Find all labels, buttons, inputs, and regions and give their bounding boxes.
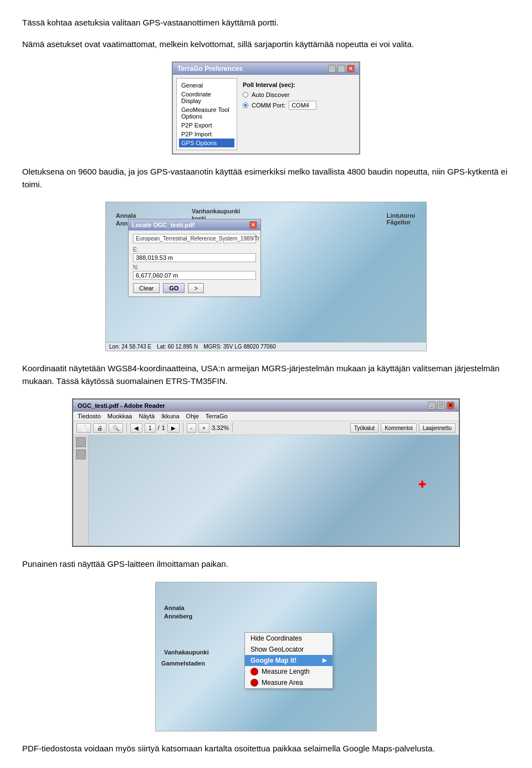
measure-area-label: Measure Area xyxy=(262,679,303,687)
reader-title: OGC_testi.pdf - Adobe Reader xyxy=(78,402,165,409)
nav-p2p-import[interactable]: P2P Import xyxy=(179,130,234,139)
auto-discover-label: Auto Discover xyxy=(252,91,289,98)
comm-port-input[interactable] xyxy=(289,101,316,110)
locate-e-row: E: 388,019.53 m xyxy=(133,247,256,262)
menu-ohje[interactable]: Ohje xyxy=(186,413,199,419)
nav-geomeasure[interactable]: GeoMeasure Tool Options xyxy=(179,105,234,121)
toolbar-zoom-in[interactable]: + xyxy=(198,423,209,433)
menu-nayta[interactable]: Näytä xyxy=(139,413,155,419)
toolbar-prev[interactable]: ◀ xyxy=(130,423,142,433)
comm-port-radio[interactable] xyxy=(243,103,248,108)
hide-coordinates-label: Hide Coordinates xyxy=(250,634,302,642)
preferences-title: TerraGo Preferences xyxy=(177,65,243,73)
nav-p2p-export[interactable]: P2P Export xyxy=(179,121,234,130)
map2-label-anneberg: Anneberg xyxy=(164,613,192,619)
paragraph-6: PDF-tiedostosta voidaan myös siirtyä kat… xyxy=(22,743,510,755)
auto-discover-radio[interactable] xyxy=(243,92,248,98)
locate-titlebar: Locate OGC_testi.pdf ✕ xyxy=(129,219,260,231)
status-mgrs: MGRS: 35V LG 88020 77060 xyxy=(203,344,276,350)
ctx-hide-coordinates[interactable]: Hide Coordinates xyxy=(245,633,332,644)
menu-ikkuna[interactable]: Ikkuna xyxy=(161,413,179,419)
toolbar-zoom-out[interactable]: - xyxy=(187,423,196,433)
locate-controls[interactable]: ✕ xyxy=(249,221,257,229)
map-statusbar: Lon: 24 58.743 E Lat: 60 12.895 N MGRS: … xyxy=(106,342,426,351)
paragraph-1: Tässä kohtaa asetuksia valitaan GPS-vast… xyxy=(22,17,510,29)
reader-controls[interactable]: _ □ ✕ xyxy=(428,402,454,409)
status-lon: Lon: 24 58.743 E xyxy=(109,344,151,350)
show-geolocator-label: Show GeoLocator xyxy=(250,646,304,653)
maximize-button[interactable]: □ xyxy=(337,65,345,73)
toolbar-page-num[interactable]: 1 xyxy=(145,423,156,433)
paragraph-4: Koordinaatit näytetään WGS84-koordinaatt… xyxy=(22,362,510,387)
toolbar-icon-3[interactable]: 🔍 xyxy=(109,423,123,433)
toolbar-slash: / xyxy=(158,424,160,431)
minimize-button[interactable]: _ xyxy=(328,65,336,73)
map-label-lintutorni: LintutorniFågeltor xyxy=(387,212,415,226)
locate-body: European_Terrestrial_Reference_System_19… xyxy=(129,231,260,296)
screenshot-locate: Annala Anneberg Vanhankaupunki koski Lin… xyxy=(22,202,510,351)
toolbar-total: 1 xyxy=(162,424,165,431)
comm-port-label: COMM Port: xyxy=(252,102,285,109)
preferences-nav: General Coordinate Display GeoMeasure To… xyxy=(176,78,237,150)
preferences-titlebar: TerraGo Preferences _ □ ✕ xyxy=(173,63,359,75)
map-label-annala: Annala xyxy=(116,212,136,219)
screenshot-preferences: TerraGo Preferences _ □ ✕ General Coordi… xyxy=(22,62,510,155)
window-controls[interactable]: _ □ ✕ xyxy=(328,65,355,73)
paragraph-3: Oletuksena on 9600 baudia, ja jos GPS-va… xyxy=(22,166,510,191)
paragraph-5: Punainen rasti näyttää GPS-laitteen ilmo… xyxy=(22,558,510,571)
toolbar-next[interactable]: ▶ xyxy=(167,423,180,433)
map2-label-gammelstaden: Gammelstaden xyxy=(161,660,205,667)
reader-close[interactable]: ✕ xyxy=(447,402,454,409)
go-button[interactable]: GO xyxy=(163,283,185,293)
reader-maximize[interactable]: □ xyxy=(437,402,445,409)
close-button[interactable]: ✕ xyxy=(347,65,355,73)
map2-label-annala: Annala xyxy=(164,605,185,611)
toolbar-extended[interactable]: Laajennettu xyxy=(419,423,456,433)
ctx-show-geolocator[interactable]: Show GeoLocator xyxy=(245,644,332,655)
locate-n-value: 6,677,060.07 m xyxy=(133,271,256,280)
google-map-label: Google Map it! xyxy=(250,657,296,664)
locate-e-label: E: xyxy=(133,247,256,253)
menu-tiedosto[interactable]: Tiedosto xyxy=(78,413,101,419)
arrow-button[interactable]: > xyxy=(188,283,203,293)
ctx-measure-area[interactable]: Measure Area xyxy=(245,677,332,688)
ctx-measure-length[interactable]: Measure Length xyxy=(245,666,332,677)
clear-button[interactable]: Clear xyxy=(133,283,160,293)
reader-titlebar: OGC_testi.pdf - Adobe Reader _ □ ✕ xyxy=(73,400,459,412)
reader-sidebar xyxy=(73,435,89,546)
measure-length-label: Measure Length xyxy=(262,668,310,675)
screenshot-context-menu: Annala Anneberg Vanhakaupunki Gammelstad… xyxy=(22,582,510,731)
measure-area-icon xyxy=(250,679,258,687)
toolbar-separator-2 xyxy=(183,423,183,433)
nav-coordinate-display[interactable]: Coordinate Display xyxy=(179,90,234,105)
toolbar-icon-1[interactable]: 📄 xyxy=(76,423,91,433)
auto-discover-row: Auto Discover xyxy=(243,91,350,98)
reader-map: ✚ xyxy=(89,435,459,546)
preferences-window: TerraGo Preferences _ □ ✕ General Coordi… xyxy=(172,62,360,155)
reader-minimize[interactable]: _ xyxy=(428,402,436,409)
map-with-context-menu: Annala Anneberg Vanhakaupunki Gammelstad… xyxy=(155,582,377,731)
sidebar-icon-2[interactable] xyxy=(76,449,86,459)
map-label-vanhankaupunki: Vanhankaupunki xyxy=(192,208,240,214)
locate-dialog: Locate OGC_testi.pdf ✕ European_Terrestr… xyxy=(128,219,261,297)
nav-gps-options[interactable]: GPS Options xyxy=(179,139,234,147)
toolbar-comment[interactable]: Kommentoi xyxy=(381,423,417,433)
sidebar-icon-1[interactable] xyxy=(76,437,86,447)
reader-content: ✚ xyxy=(73,435,459,546)
menu-muokkaa[interactable]: Muokkaa xyxy=(108,413,132,419)
toolbar-separator-1 xyxy=(126,423,127,433)
toolbar-tools[interactable]: Työkalut xyxy=(350,423,378,433)
google-map-arrow-icon: ▶ xyxy=(323,657,327,663)
gps-location-marker: ✚ xyxy=(418,479,426,490)
toolbar-separator-3 xyxy=(232,423,233,433)
nav-general[interactable]: General xyxy=(179,81,234,90)
locate-title: Locate OGC_testi.pdf xyxy=(132,222,194,228)
toolbar-icon-2[interactable]: 🖨 xyxy=(93,423,106,433)
toolbar-zoom-level: 3.32% xyxy=(212,424,229,431)
reader-toolbar: 📄 🖨 🔍 ◀ 1 / 1 ▶ - + 3.32% Työkalut Komme… xyxy=(73,421,459,435)
ctx-google-map[interactable]: Google Map it! ▶ xyxy=(245,655,332,666)
menu-terrago[interactable]: TerraGo xyxy=(206,413,228,419)
screenshot-reader: OGC_testi.pdf - Adobe Reader _ □ ✕ Tiedo… xyxy=(22,398,510,547)
preferences-body: General Coordinate Display GeoMeasure To… xyxy=(173,75,359,153)
locate-close-button[interactable]: ✕ xyxy=(249,221,257,229)
